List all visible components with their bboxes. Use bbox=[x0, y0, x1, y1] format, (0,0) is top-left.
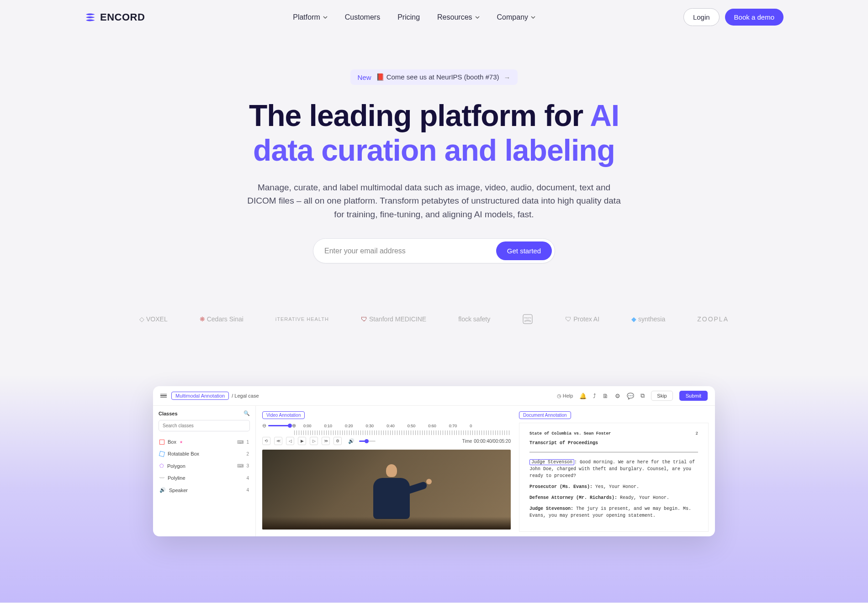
header-actions: Login Book a demo bbox=[683, 8, 783, 26]
class-item-box[interactable]: Box★ ⌨1 bbox=[159, 436, 250, 448]
nav-pricing[interactable]: Pricing bbox=[397, 13, 420, 21]
logo-iterative: iTERATIVE HEALTH bbox=[275, 316, 329, 322]
chat-icon[interactable]: 💬 bbox=[627, 393, 634, 399]
search-icon[interactable]: 🔍 bbox=[243, 410, 250, 416]
timeline-ticks: 0:000:100:200:300:400:500:600:700 bbox=[303, 424, 472, 428]
page-number: 2 bbox=[696, 431, 698, 436]
classes-sidebar: Classes 🔍 Box★ ⌨1 Rotatable Box 2 ⬠Polyg… bbox=[153, 406, 256, 536]
breadcrumb: Multimodal Annotation / Legal case bbox=[171, 392, 259, 400]
document-annotation-panel: Document Annotation State of Columbia vs… bbox=[519, 410, 709, 532]
encord-logo-icon bbox=[85, 11, 96, 23]
video-annotation-panel: Video Annotation ⊖ ⊕ 0:000:100:200:300:4… bbox=[262, 410, 511, 532]
chevron-down-icon bbox=[531, 15, 535, 20]
announcement-banner[interactable]: New 📕 Come see us at NeurIPS (booth #73)… bbox=[350, 69, 518, 85]
forward-icon[interactable]: ≫ bbox=[322, 437, 330, 445]
speaker-icon: 🔊 bbox=[159, 487, 166, 493]
search-classes-input[interactable] bbox=[159, 420, 250, 431]
speaker-annotation[interactable]: Judge Stevenson bbox=[529, 459, 574, 465]
polyline-icon: 〰 bbox=[159, 475, 164, 481]
transcript-title: Transcript of Proceedings bbox=[529, 440, 698, 446]
new-badge: New bbox=[358, 73, 371, 81]
zoom-out-icon[interactable]: ⊖ bbox=[262, 423, 266, 429]
time-display: Time00:00:40/00:05:20 bbox=[462, 439, 511, 444]
chevron-down-icon bbox=[323, 15, 328, 20]
video-frame[interactable] bbox=[262, 450, 511, 530]
email-capture-form: Get started bbox=[313, 238, 555, 263]
product-screenshot: Multimodal Annotation / Legal case ◷Help… bbox=[153, 386, 715, 536]
settings-icon[interactable]: ⚙ bbox=[333, 437, 342, 445]
loop-icon[interactable]: ⟲ bbox=[262, 437, 270, 445]
box-icon bbox=[159, 440, 164, 445]
volume-icon[interactable]: 🔊 bbox=[348, 438, 355, 444]
hero-subtitle: Manage, curate, and label multimodal dat… bbox=[247, 181, 621, 221]
breadcrumb-chip[interactable]: Multimodal Annotation bbox=[171, 392, 229, 400]
announcement-text: 📕 Come see us at NeurIPS (booth #73) bbox=[376, 73, 499, 81]
hotkey-icon: ⌨ bbox=[237, 463, 243, 468]
copy-icon[interactable]: ⧉ bbox=[640, 392, 645, 399]
zoom-slider[interactable]: ⊖ ⊕ bbox=[262, 423, 296, 429]
hero-section: New 📕 Come see us at NeurIPS (booth #73)… bbox=[0, 69, 868, 263]
share-icon[interactable]: ⤴ bbox=[593, 393, 596, 399]
class-item-polyline[interactable]: 〰Polyline 4 bbox=[159, 472, 250, 484]
sidebar-title: Classes bbox=[159, 411, 178, 416]
nav-customers[interactable]: Customers bbox=[345, 13, 380, 21]
case-title: State of Columbia vs. Sean Foster bbox=[529, 431, 611, 436]
step-forward-icon[interactable]: ▷ bbox=[310, 437, 318, 445]
hotkey-icon: ⌨ bbox=[237, 440, 243, 445]
transcript-line: Judge Stevenson: Good morning. We are he… bbox=[529, 459, 698, 479]
class-item-rotatable-box[interactable]: Rotatable Box 2 bbox=[159, 448, 250, 460]
email-input[interactable] bbox=[324, 247, 496, 255]
help-button[interactable]: ◷Help bbox=[557, 393, 573, 399]
document-icon[interactable]: 🗎 bbox=[603, 393, 609, 399]
nav-company[interactable]: Company bbox=[497, 13, 535, 21]
document-annotation-tag: Document Annotation bbox=[519, 411, 571, 419]
submit-button[interactable]: Submit bbox=[679, 391, 708, 401]
logo-flock: flock safety bbox=[458, 315, 490, 323]
gear-icon[interactable]: ⚙ bbox=[615, 393, 620, 399]
polygon-icon: ⬠ bbox=[159, 463, 164, 469]
volume-slider[interactable] bbox=[359, 440, 376, 442]
bell-icon[interactable]: 🔔 bbox=[579, 393, 587, 399]
step-back-icon[interactable]: ◁ bbox=[286, 437, 294, 445]
transcript-line: Prosecutor (Ms. Evans): Yes, Your Honor. bbox=[529, 483, 698, 490]
logo-synthesia: ◆synthesia bbox=[631, 315, 665, 323]
site-header: ENCORD Platform Customers Pricing Resour… bbox=[0, 0, 868, 26]
transcript-line: Defense Attorney (Mr. Richards): Ready, … bbox=[529, 494, 698, 501]
get-started-button[interactable]: Get started bbox=[496, 241, 552, 260]
rotatable-box-icon bbox=[159, 451, 165, 456]
brand-logo[interactable]: ENCORD bbox=[85, 11, 145, 23]
class-item-speaker[interactable]: 🔊Speaker 4 bbox=[159, 484, 250, 496]
svg-rect-0 bbox=[523, 315, 532, 324]
timeline-ruler[interactable] bbox=[294, 430, 511, 435]
nav-platform[interactable]: Platform bbox=[293, 13, 328, 21]
logo-stanford: 🛡Stanford MEDICINE bbox=[361, 315, 426, 323]
transcript-line: Judge Stevenson: The jury is present, an… bbox=[529, 505, 698, 519]
class-item-polygon[interactable]: ⬠Polygon ⌨3 bbox=[159, 460, 250, 472]
logo-protex: 🛡Protex AI bbox=[565, 315, 599, 323]
video-annotation-tag: Video Annotation bbox=[262, 411, 305, 419]
logo-voxel: ◇VOXEL bbox=[139, 315, 168, 323]
chevron-down-icon bbox=[475, 15, 480, 20]
zoom-in-icon[interactable]: ⊕ bbox=[292, 423, 296, 429]
brand-name: ENCORD bbox=[100, 11, 145, 23]
skip-button[interactable]: Skip bbox=[651, 391, 672, 401]
app-header: Multimodal Annotation / Legal case ◷Help… bbox=[153, 386, 715, 406]
hero-title: The leading platform for AI data curatio… bbox=[9, 99, 859, 168]
hamburger-icon[interactable] bbox=[160, 394, 167, 398]
logo-cedars: ❋Cedars Sinai bbox=[200, 315, 243, 323]
clock-icon: ◷ bbox=[557, 393, 561, 399]
customer-logos: ◇VOXEL ❋Cedars Sinai iTERATIVE HEALTH 🛡S… bbox=[0, 314, 868, 325]
login-button[interactable]: Login bbox=[683, 8, 720, 26]
document-page[interactable]: State of Columbia vs. Sean Foster 2 Tran… bbox=[519, 423, 709, 532]
book-demo-button[interactable]: Book a demo bbox=[725, 9, 783, 26]
logo-zoopla: ZOOPLA bbox=[697, 315, 729, 323]
breadcrumb-path: / Legal case bbox=[232, 393, 259, 399]
play-icon[interactable]: ▶ bbox=[298, 437, 306, 445]
main-nav: Platform Customers Pricing Resources Com… bbox=[293, 13, 535, 21]
arrow-right-icon: → bbox=[503, 73, 510, 81]
logo-philips: PHILIPS bbox=[522, 314, 533, 325]
rewind-icon[interactable]: ≪ bbox=[274, 437, 282, 445]
svg-text:PHILIPS: PHILIPS bbox=[524, 317, 532, 319]
nav-resources[interactable]: Resources bbox=[437, 13, 479, 21]
